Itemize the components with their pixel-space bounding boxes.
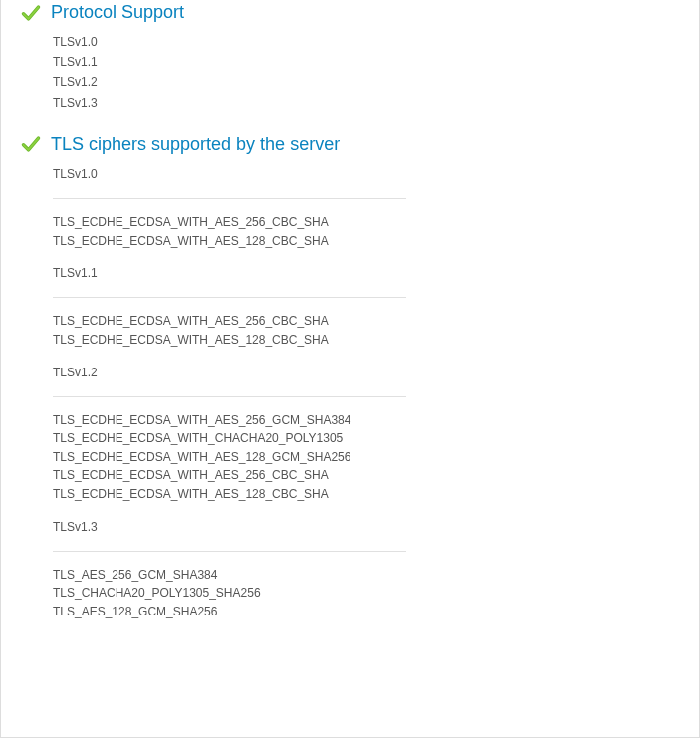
cipher-line: TLS_ECDHE_ECDSA_WITH_AES_256_GCM_SHA384 (53, 411, 679, 430)
divider (53, 297, 406, 298)
divider (53, 551, 406, 552)
cipher-group: TLSv1.3 TLS_AES_256_GCM_SHA384 TLS_CHACH… (53, 518, 679, 621)
section-header: Protocol Support (21, 2, 679, 23)
cipher-line: TLS_AES_256_GCM_SHA384 (53, 566, 679, 585)
cipher-version: TLSv1.3 (53, 518, 679, 537)
cipher-line: TLS_ECDHE_ECDSA_WITH_AES_256_CBC_SHA (53, 466, 679, 485)
tls-ciphers-title: TLS ciphers supported by the server (51, 134, 340, 155)
cipher-group: TLSv1.1 TLS_ECDHE_ECDSA_WITH_AES_256_CBC… (53, 264, 679, 349)
protocol-support-section: Protocol Support TLSv1.0 TLSv1.1 TLSv1.2… (21, 2, 679, 113)
divider (53, 198, 406, 199)
check-icon (21, 3, 41, 23)
cipher-line: TLS_ECDHE_ECDSA_WITH_AES_256_CBC_SHA (53, 213, 679, 232)
tls-ciphers-body: TLSv1.0 TLS_ECDHE_ECDSA_WITH_AES_256_CBC… (21, 165, 679, 621)
cipher-line: TLS_ECDHE_ECDSA_WITH_AES_128_CBC_SHA (53, 331, 679, 350)
cipher-line: TLS_ECDHE_ECDSA_WITH_AES_128_CBC_SHA (53, 485, 679, 504)
protocol-item: TLSv1.1 (53, 53, 679, 72)
cipher-line: TLS_ECDHE_ECDSA_WITH_CHACHA20_POLY1305 (53, 429, 679, 448)
cipher-group: TLSv1.0 TLS_ECDHE_ECDSA_WITH_AES_256_CBC… (53, 165, 679, 250)
cipher-version: TLSv1.1 (53, 264, 679, 283)
cipher-line: TLS_AES_128_GCM_SHA256 (53, 603, 679, 621)
protocol-support-body: TLSv1.0 TLSv1.1 TLSv1.2 TLSv1.3 (21, 33, 679, 113)
cipher-line: TLS_ECDHE_ECDSA_WITH_AES_128_GCM_SHA256 (53, 448, 679, 467)
protocol-item: TLSv1.0 (53, 33, 679, 52)
section-header: TLS ciphers supported by the server (21, 134, 679, 155)
cipher-group: TLSv1.2 TLS_ECDHE_ECDSA_WITH_AES_256_GCM… (53, 364, 679, 504)
cipher-line: TLS_CHACHA20_POLY1305_SHA256 (53, 584, 679, 603)
cipher-version: TLSv1.2 (53, 364, 679, 382)
cipher-version: TLSv1.0 (53, 165, 679, 184)
cipher-line: TLS_ECDHE_ECDSA_WITH_AES_128_CBC_SHA (53, 232, 679, 251)
tls-ciphers-section: TLS ciphers supported by the server TLSv… (21, 134, 679, 621)
check-icon (21, 134, 41, 154)
cipher-line: TLS_ECDHE_ECDSA_WITH_AES_256_CBC_SHA (53, 312, 679, 331)
protocol-support-title: Protocol Support (51, 2, 184, 23)
protocol-item: TLSv1.2 (53, 73, 679, 92)
protocol-item: TLSv1.3 (53, 94, 679, 113)
divider (53, 396, 406, 397)
